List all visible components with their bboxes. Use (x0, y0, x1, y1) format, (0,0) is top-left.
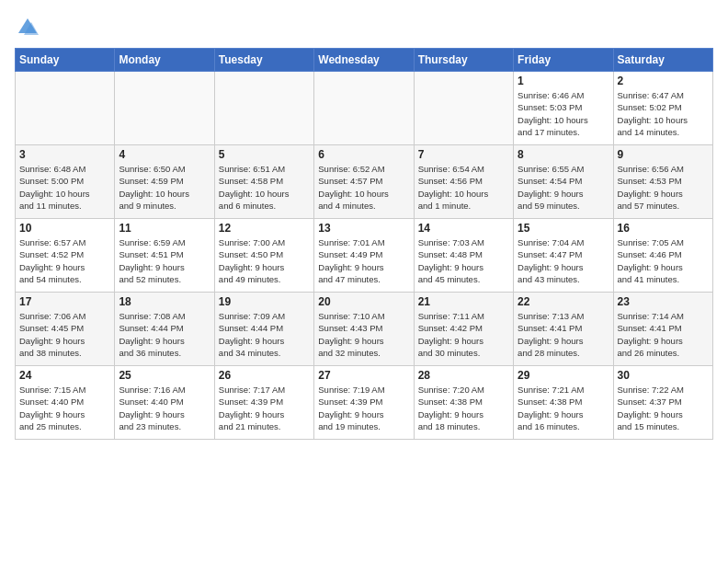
calendar-cell: 10Sunrise: 6:57 AM Sunset: 4:52 PM Dayli… (16, 219, 115, 293)
calendar-cell: 20Sunrise: 7:10 AM Sunset: 4:43 PM Dayli… (314, 293, 414, 366)
header-wednesday: Wednesday (314, 49, 414, 72)
calendar-cell: 24Sunrise: 7:15 AM Sunset: 4:40 PM Dayli… (16, 366, 115, 440)
day-number: 22 (518, 295, 609, 308)
page: SundayMondayTuesdayWednesdayThursdayFrid… (0, 0, 728, 563)
calendar-cell: 25Sunrise: 7:16 AM Sunset: 4:40 PM Dayli… (115, 366, 214, 440)
day-number: 18 (119, 295, 210, 308)
cell-info: Sunrise: 6:56 AM Sunset: 4:53 PM Dayligh… (618, 163, 709, 212)
cell-info: Sunrise: 7:05 AM Sunset: 4:46 PM Dayligh… (618, 236, 709, 285)
day-number: 29 (518, 369, 609, 382)
calendar-cell: 21Sunrise: 7:11 AM Sunset: 4:42 PM Dayli… (414, 293, 513, 366)
calendar-cell: 29Sunrise: 7:21 AM Sunset: 4:38 PM Dayli… (514, 366, 613, 440)
logo (15, 15, 42, 40)
day-number: 5 (219, 148, 310, 161)
calendar-cell: 22Sunrise: 7:13 AM Sunset: 4:41 PM Dayli… (514, 293, 613, 366)
cell-info: Sunrise: 7:06 AM Sunset: 4:45 PM Dayligh… (19, 310, 110, 359)
calendar-cell: 7Sunrise: 6:54 AM Sunset: 4:56 PM Daylig… (414, 145, 513, 219)
cell-info: Sunrise: 7:04 AM Sunset: 4:47 PM Dayligh… (518, 236, 609, 285)
cell-info: Sunrise: 6:48 AM Sunset: 5:00 PM Dayligh… (19, 163, 110, 212)
day-number: 7 (418, 148, 509, 161)
day-number: 19 (219, 295, 310, 308)
cell-info: Sunrise: 7:17 AM Sunset: 4:39 PM Dayligh… (219, 384, 310, 432)
calendar-cell: 9Sunrise: 6:56 AM Sunset: 4:53 PM Daylig… (613, 145, 712, 219)
header (15, 15, 713, 40)
cell-info: Sunrise: 6:59 AM Sunset: 4:51 PM Dayligh… (119, 236, 210, 285)
cell-info: Sunrise: 7:22 AM Sunset: 4:37 PM Dayligh… (618, 384, 709, 432)
calendar-cell: 13Sunrise: 7:01 AM Sunset: 4:49 PM Dayli… (314, 219, 414, 293)
calendar-cell: 16Sunrise: 7:05 AM Sunset: 4:46 PM Dayli… (613, 219, 712, 293)
day-number: 11 (119, 222, 210, 235)
calendar: SundayMondayTuesdayWednesdayThursdayFrid… (15, 48, 713, 440)
calendar-cell: 15Sunrise: 7:04 AM Sunset: 4:47 PM Dayli… (514, 219, 613, 293)
calendar-cell: 18Sunrise: 7:08 AM Sunset: 4:44 PM Dayli… (115, 293, 214, 366)
week-row-5: 24Sunrise: 7:15 AM Sunset: 4:40 PM Dayli… (16, 366, 713, 440)
day-number: 16 (618, 222, 709, 235)
header-monday: Monday (115, 49, 214, 72)
calendar-cell: 12Sunrise: 7:00 AM Sunset: 4:50 PM Dayli… (214, 219, 313, 293)
header-thursday: Thursday (414, 49, 513, 72)
cell-info: Sunrise: 7:00 AM Sunset: 4:50 PM Dayligh… (219, 236, 310, 285)
calendar-cell (214, 72, 313, 145)
cell-info: Sunrise: 6:52 AM Sunset: 4:57 PM Dayligh… (318, 163, 409, 212)
header-saturday: Saturday (613, 49, 712, 72)
calendar-cell: 11Sunrise: 6:59 AM Sunset: 4:51 PM Dayli… (115, 219, 214, 293)
calendar-cell (414, 72, 513, 145)
calendar-cell: 3Sunrise: 6:48 AM Sunset: 5:00 PM Daylig… (16, 145, 115, 219)
cell-info: Sunrise: 6:54 AM Sunset: 4:56 PM Dayligh… (418, 163, 509, 212)
calendar-cell: 8Sunrise: 6:55 AM Sunset: 4:54 PM Daylig… (514, 145, 613, 219)
calendar-cell: 28Sunrise: 7:20 AM Sunset: 4:38 PM Dayli… (414, 366, 513, 440)
day-number: 30 (618, 369, 709, 382)
cell-info: Sunrise: 6:57 AM Sunset: 4:52 PM Dayligh… (19, 236, 110, 285)
calendar-cell: 5Sunrise: 6:51 AM Sunset: 4:58 PM Daylig… (214, 145, 313, 219)
cell-info: Sunrise: 6:50 AM Sunset: 4:59 PM Dayligh… (119, 163, 210, 212)
calendar-cell: 14Sunrise: 7:03 AM Sunset: 4:48 PM Dayli… (414, 219, 513, 293)
calendar-cell: 19Sunrise: 7:09 AM Sunset: 4:44 PM Dayli… (214, 293, 313, 366)
day-number: 8 (518, 148, 609, 161)
cell-info: Sunrise: 7:10 AM Sunset: 4:43 PM Dayligh… (318, 310, 409, 359)
day-number: 10 (19, 222, 110, 235)
calendar-header-row: SundayMondayTuesdayWednesdayThursdayFrid… (16, 49, 713, 72)
day-number: 6 (318, 148, 409, 161)
calendar-cell (16, 72, 115, 145)
calendar-cell (314, 72, 414, 145)
week-row-2: 3Sunrise: 6:48 AM Sunset: 5:00 PM Daylig… (16, 145, 713, 219)
cell-info: Sunrise: 7:19 AM Sunset: 4:39 PM Dayligh… (318, 384, 409, 432)
day-number: 4 (119, 148, 210, 161)
day-number: 27 (318, 369, 409, 382)
calendar-cell: 23Sunrise: 7:14 AM Sunset: 4:41 PM Dayli… (613, 293, 712, 366)
cell-info: Sunrise: 7:11 AM Sunset: 4:42 PM Dayligh… (418, 310, 509, 359)
cell-info: Sunrise: 7:15 AM Sunset: 4:40 PM Dayligh… (19, 384, 110, 432)
calendar-cell: 2Sunrise: 6:47 AM Sunset: 5:02 PM Daylig… (613, 72, 712, 145)
cell-info: Sunrise: 6:51 AM Sunset: 4:58 PM Dayligh… (219, 163, 310, 212)
header-sunday: Sunday (16, 49, 115, 72)
day-number: 13 (318, 222, 409, 235)
calendar-cell: 26Sunrise: 7:17 AM Sunset: 4:39 PM Dayli… (214, 366, 313, 440)
day-number: 12 (219, 222, 310, 235)
calendar-cell (115, 72, 214, 145)
week-row-1: 1Sunrise: 6:46 AM Sunset: 5:03 PM Daylig… (16, 72, 713, 145)
day-number: 24 (19, 369, 110, 382)
cell-info: Sunrise: 6:47 AM Sunset: 5:02 PM Dayligh… (618, 89, 709, 138)
header-tuesday: Tuesday (214, 49, 313, 72)
week-row-4: 17Sunrise: 7:06 AM Sunset: 4:45 PM Dayli… (16, 293, 713, 366)
cell-info: Sunrise: 6:55 AM Sunset: 4:54 PM Dayligh… (518, 163, 609, 212)
week-row-3: 10Sunrise: 6:57 AM Sunset: 4:52 PM Dayli… (16, 219, 713, 293)
calendar-cell: 27Sunrise: 7:19 AM Sunset: 4:39 PM Dayli… (314, 366, 414, 440)
cell-info: Sunrise: 7:01 AM Sunset: 4:49 PM Dayligh… (318, 236, 409, 285)
calendar-cell: 30Sunrise: 7:22 AM Sunset: 4:37 PM Dayli… (613, 366, 712, 440)
day-number: 20 (318, 295, 409, 308)
day-number: 25 (119, 369, 210, 382)
cell-info: Sunrise: 7:14 AM Sunset: 4:41 PM Dayligh… (618, 310, 709, 359)
day-number: 17 (19, 295, 110, 308)
calendar-cell: 1Sunrise: 6:46 AM Sunset: 5:03 PM Daylig… (514, 72, 613, 145)
calendar-cell: 4Sunrise: 6:50 AM Sunset: 4:59 PM Daylig… (115, 145, 214, 219)
cell-info: Sunrise: 7:08 AM Sunset: 4:44 PM Dayligh… (119, 310, 210, 359)
day-number: 28 (418, 369, 509, 382)
day-number: 23 (618, 295, 709, 308)
day-number: 3 (19, 148, 110, 161)
cell-info: Sunrise: 7:09 AM Sunset: 4:44 PM Dayligh… (219, 310, 310, 359)
logo-icon (15, 15, 40, 40)
cell-info: Sunrise: 7:21 AM Sunset: 4:38 PM Dayligh… (518, 384, 609, 432)
cell-info: Sunrise: 7:20 AM Sunset: 4:38 PM Dayligh… (418, 384, 509, 432)
calendar-cell: 17Sunrise: 7:06 AM Sunset: 4:45 PM Dayli… (16, 293, 115, 366)
